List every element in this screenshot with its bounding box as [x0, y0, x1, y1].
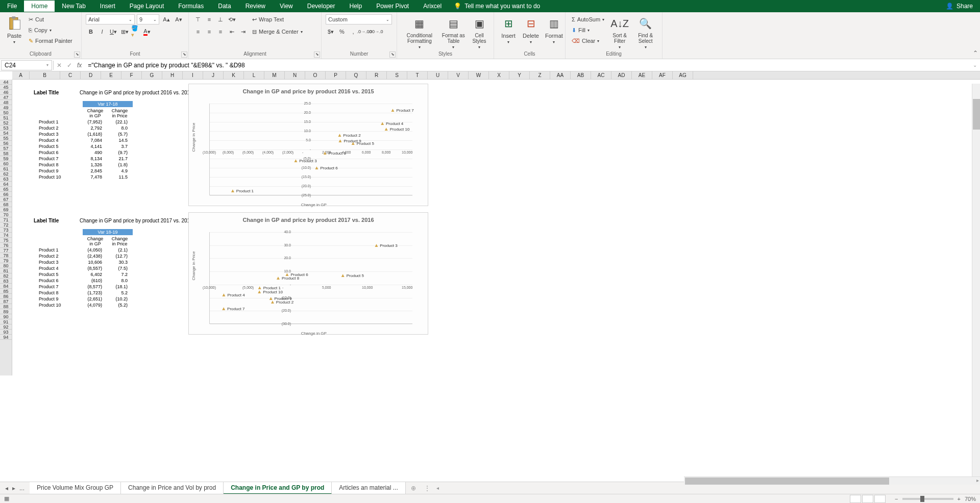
format-painter-button[interactable]: ✎Format Painter — [27, 36, 75, 46]
align-middle-icon[interactable]: ≡ — [204, 14, 214, 24]
merge-center-button[interactable]: ⊟Merge & Center▾ — [250, 27, 305, 37]
col-header-A[interactable]: A — [12, 71, 30, 79]
tab-scroll-left[interactable]: ◂ — [433, 485, 442, 491]
row-header-75[interactable]: 75 — [0, 238, 12, 243]
col-header-C[interactable]: C — [60, 71, 81, 79]
row-header-69[interactable]: 69 — [0, 207, 12, 212]
row-header-93[interactable]: 93 — [0, 330, 12, 335]
increase-indent-icon[interactable]: ⇥ — [238, 27, 248, 37]
scrollbar-thumb[interactable] — [685, 477, 889, 485]
menu-power-pivot[interactable]: Power Pivot — [369, 1, 416, 12]
col-header-K[interactable]: K — [224, 71, 244, 79]
format-as-table-button[interactable]: ▤Format as Table▾ — [440, 14, 467, 51]
copy-button[interactable]: ⎘Copy▾ — [27, 25, 75, 35]
row-header-61[interactable]: 61 — [0, 166, 12, 171]
column-headers[interactable]: ABCDEFGHIJKLMNOPQRSTUVWXYZAAABACADAEAFAG — [12, 71, 980, 80]
currency-icon[interactable]: $▾ — [326, 27, 336, 37]
menu-file[interactable]: File — [0, 1, 24, 12]
insert-cells-button[interactable]: ⊞Insert▾ — [498, 14, 519, 45]
zoom-out-button[interactable]: − — [895, 496, 898, 502]
row-header-74[interactable]: 74 — [0, 233, 12, 238]
col-header-AE[interactable]: AE — [632, 71, 652, 79]
fill-button[interactable]: ⬇Fill▾ — [570, 25, 606, 35]
find-select-button[interactable]: 🔍Find & Select▾ — [633, 14, 658, 51]
clear-button[interactable]: ⌫Clear▾ — [570, 36, 606, 46]
col-header-R[interactable]: R — [366, 71, 387, 79]
view-normal-button[interactable] — [850, 495, 861, 503]
col-header-Y[interactable]: Y — [509, 71, 530, 79]
view-page-layout-button[interactable] — [862, 495, 873, 503]
menu-developer[interactable]: Developer — [300, 1, 342, 12]
menu-review[interactable]: Review — [238, 1, 273, 12]
menu-formulas[interactable]: Formulas — [171, 1, 211, 12]
row-header-63[interactable]: 63 — [0, 177, 12, 182]
name-box[interactable]: C24▾ — [1, 60, 52, 70]
sheet-tab[interactable]: Price Volume Mix Group GP — [30, 482, 121, 494]
cancel-icon[interactable]: ✕ — [57, 62, 62, 69]
border-button[interactable]: ⊞▾ — [119, 27, 130, 37]
row-header-91[interactable]: 91 — [0, 319, 12, 324]
menu-view[interactable]: View — [273, 1, 300, 12]
row-header-81[interactable]: 81 — [0, 268, 12, 273]
dialog-launcher-icon[interactable]: ⬊ — [181, 52, 187, 58]
row-header-71[interactable]: 71 — [0, 217, 12, 222]
menu-help[interactable]: Help — [342, 1, 369, 12]
align-right-icon[interactable]: ≡ — [215, 27, 226, 37]
zoom-slider[interactable] — [902, 498, 953, 500]
underline-button[interactable]: U▾ — [108, 27, 118, 37]
row-headers[interactable]: 4445464748495051525354555657585960616263… — [0, 80, 12, 375]
menu-insert[interactable]: Insert — [93, 1, 122, 12]
tab-nav-more[interactable]: ... — [19, 485, 24, 492]
col-header-P[interactable]: P — [326, 71, 346, 79]
row-header-82[interactable]: 82 — [0, 273, 12, 279]
row-header-76[interactable]: 76 — [0, 243, 12, 248]
col-header-AF[interactable]: AF — [652, 71, 673, 79]
align-bottom-icon[interactable]: ⊥ — [215, 14, 226, 24]
col-header-W[interactable]: W — [469, 71, 489, 79]
zoom-in-button[interactable]: + — [958, 496, 961, 502]
row-header-86[interactable]: 86 — [0, 294, 12, 299]
sheet-tab[interactable]: Change in Price and Vol by prod — [121, 482, 224, 494]
align-left-icon[interactable]: ≡ — [193, 27, 203, 37]
share-button[interactable]: 👤 Share — [939, 3, 980, 10]
col-header-X[interactable]: X — [489, 71, 509, 79]
row-header-85[interactable]: 85 — [0, 289, 12, 294]
scrollbar-thumb[interactable] — [973, 99, 980, 130]
italic-button[interactable]: I — [97, 27, 107, 37]
row-header-79[interactable]: 79 — [0, 258, 12, 263]
row-header-62[interactable]: 62 — [0, 171, 12, 177]
col-header-AC[interactable]: AC — [591, 71, 611, 79]
tab-nav-next[interactable]: ▸ — [12, 485, 15, 492]
menu-home[interactable]: Home — [24, 1, 55, 12]
font-name-select[interactable]: Arial⌄ — [86, 14, 135, 24]
row-header-80[interactable]: 80 — [0, 263, 12, 268]
grid-content[interactable]: Label Title Change in GP and price by pr… — [12, 80, 980, 375]
row-header-67[interactable]: 67 — [0, 197, 12, 202]
col-header-S[interactable]: S — [387, 71, 407, 79]
col-header-V[interactable]: V — [448, 71, 469, 79]
add-sheet-button[interactable]: ⊕ — [406, 485, 421, 492]
fx-icon[interactable]: fx — [77, 62, 82, 69]
horizontal-scrollbar[interactable]: ▸ — [684, 476, 980, 485]
row-header-94[interactable]: 94 — [0, 335, 12, 340]
vertical-scrollbar[interactable] — [972, 84, 980, 482]
row-header-57[interactable]: 57 — [0, 146, 12, 151]
confirm-icon[interactable]: ✓ — [67, 62, 72, 69]
row-header-83[interactable]: 83 — [0, 279, 12, 284]
decrease-decimal-icon[interactable]: .00→.0 — [371, 27, 381, 37]
row-header-60[interactable]: 60 — [0, 161, 12, 166]
row-header-59[interactable]: 59 — [0, 156, 12, 161]
cell-styles-button[interactable]: ▣Cell Styles▾ — [469, 14, 489, 51]
col-header-AA[interactable]: AA — [550, 71, 571, 79]
percent-icon[interactable]: % — [337, 27, 347, 37]
col-header-D[interactable]: D — [81, 71, 101, 79]
align-center-icon[interactable]: ≡ — [204, 27, 214, 37]
col-header-AG[interactable]: AG — [673, 71, 693, 79]
row-header-90[interactable]: 90 — [0, 314, 12, 319]
align-top-icon[interactable]: ⊤ — [193, 14, 203, 24]
increase-font-icon[interactable]: A▴ — [161, 14, 172, 24]
row-header-46[interactable]: 46 — [0, 90, 12, 95]
wrap-text-button[interactable]: ↩Wrap Text — [250, 14, 305, 24]
dialog-launcher-icon[interactable]: ⬊ — [314, 52, 320, 58]
formula-input[interactable] — [87, 61, 967, 70]
